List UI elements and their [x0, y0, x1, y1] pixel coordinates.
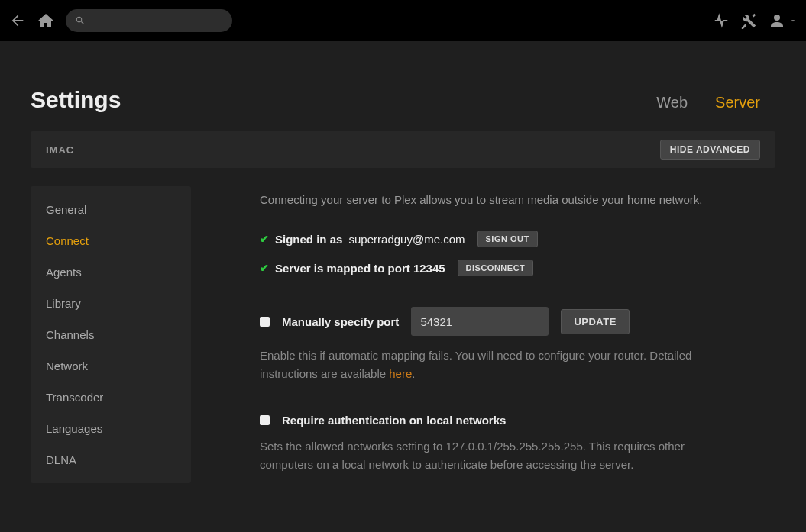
activity-button[interactable]	[713, 12, 730, 29]
search-input[interactable]	[92, 15, 223, 27]
settings-page: Settings Web Server IMAC Hide Advanced G…	[0, 41, 806, 483]
settings-content: Connecting your server to Plex allows yo…	[191, 186, 756, 483]
sidebar-item-channels[interactable]: Channels	[31, 319, 191, 350]
mapped-text: Server is mapped to port 12345	[275, 262, 445, 275]
manual-port-block: Manually specify port Update Enable this…	[260, 307, 733, 383]
sidebar-item-connect[interactable]: Connect	[31, 225, 191, 256]
sidebar-item-network[interactable]: Network	[31, 350, 191, 382]
manual-port-checkbox[interactable]	[260, 317, 270, 327]
user-icon	[768, 11, 786, 30]
tools-button[interactable]	[740, 12, 757, 29]
search-icon	[75, 15, 86, 26]
manual-port-input[interactable]	[411, 307, 549, 336]
signed-in-status: ✔ Signed in as superradguy@me.com Sign O…	[260, 231, 733, 247]
require-auth-checkbox[interactable]	[260, 415, 270, 425]
tab-server[interactable]: Server	[715, 94, 760, 111]
back-arrow-icon	[9, 12, 26, 29]
home-icon	[37, 11, 55, 30]
settings-sidebar: General Connect Agents Library Channels …	[31, 186, 191, 483]
require-auth-label: Require authentication on local networks	[282, 414, 506, 427]
manual-port-help-post: .	[412, 367, 415, 380]
top-toolbar	[0, 0, 806, 41]
sidebar-item-dlna[interactable]: DLNA	[31, 444, 191, 476]
signed-in-text: Signed in as superradguy@me.com	[275, 233, 465, 246]
activity-icon	[713, 12, 730, 29]
home-button[interactable]	[37, 11, 55, 30]
sidebar-item-transcoder[interactable]: Transcoder	[31, 382, 191, 413]
page-title: Settings	[31, 87, 121, 113]
sidebar-item-general[interactable]: General	[31, 194, 191, 225]
mapped-status: ✔ Server is mapped to port 12345 Disconn…	[260, 260, 733, 276]
search-box[interactable]	[66, 9, 232, 32]
disconnect-button[interactable]: Disconnect	[458, 260, 534, 276]
require-auth-block: Require authentication on local networks…	[260, 414, 733, 474]
settings-body: General Connect Agents Library Channels …	[31, 186, 775, 483]
chevron-down-icon	[789, 17, 797, 24]
tab-web[interactable]: Web	[656, 94, 688, 111]
page-header: Settings Web Server	[15, 41, 791, 131]
require-auth-help: Sets the allowed networks setting to 127…	[260, 437, 733, 474]
manual-port-help-link[interactable]: here	[389, 367, 412, 380]
manual-port-help: Enable this if automatic mapping fails. …	[260, 347, 733, 383]
update-button[interactable]: Update	[561, 309, 629, 334]
check-icon: ✔	[260, 233, 269, 245]
sidebar-item-agents[interactable]: Agents	[31, 256, 191, 288]
user-menu[interactable]	[768, 11, 797, 30]
hide-advanced-button[interactable]: Hide Advanced	[660, 140, 760, 160]
signed-in-prefix: Signed in as	[275, 233, 342, 246]
sidebar-item-library[interactable]: Library	[31, 288, 191, 319]
server-name: IMAC	[46, 144, 74, 156]
check-icon: ✔	[260, 262, 269, 274]
page-tabs: Web Server	[656, 94, 760, 111]
server-bar: IMAC Hide Advanced	[31, 131, 775, 168]
sign-out-button[interactable]: Sign Out	[477, 231, 538, 247]
manual-port-label: Manually specify port	[282, 315, 399, 328]
back-button[interactable]	[9, 12, 26, 29]
tools-icon	[740, 12, 757, 29]
sidebar-item-languages[interactable]: Languages	[31, 413, 191, 444]
signed-in-user: superradguy@me.com	[349, 233, 465, 246]
intro-text: Connecting your server to Plex allows yo…	[260, 191, 733, 209]
manual-port-help-pre: Enable this if automatic mapping fails. …	[260, 349, 691, 380]
